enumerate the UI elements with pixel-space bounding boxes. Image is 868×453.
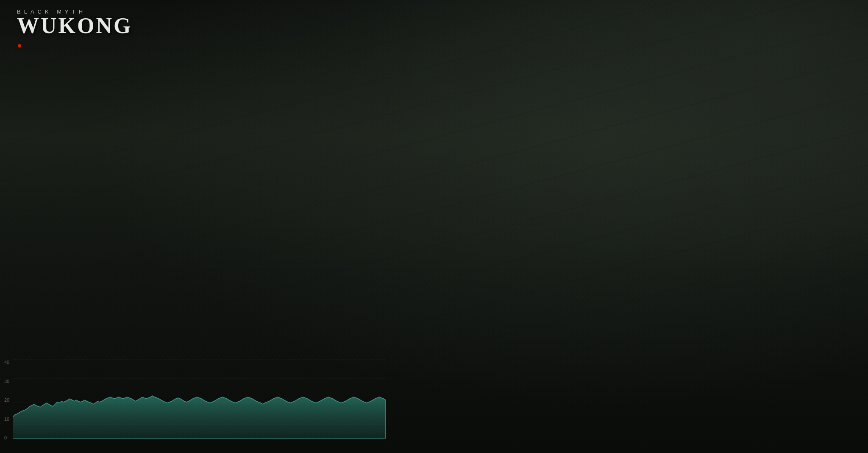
- logo-wukong: WUKONG: [17, 15, 110, 59]
- logo-red-dot: [18, 44, 21, 48]
- fps-chart: 40 30 20 10 0: [0, 355, 390, 453]
- chart-y-label-30: 30: [4, 379, 9, 384]
- logo: BLACK MYTH WUKONG: [17, 8, 110, 59]
- chart-y-label-40: 40: [4, 360, 9, 365]
- fps-chart-svg: [13, 355, 386, 449]
- chart-y-label-20: 20: [4, 397, 9, 403]
- chart-y-label-10: 10: [4, 417, 9, 422]
- chart-y-label-0: 0: [4, 435, 9, 440]
